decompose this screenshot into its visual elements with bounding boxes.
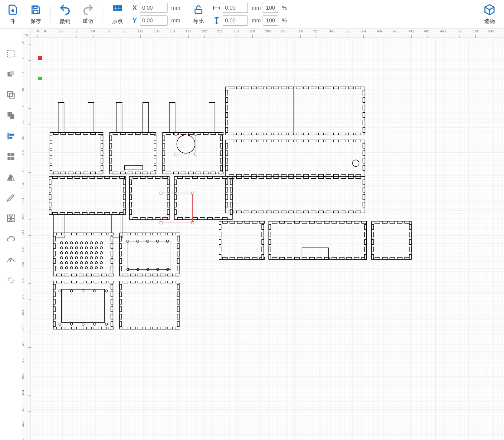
svg-rect-269 xyxy=(49,180,51,185)
svg-point-489 xyxy=(95,266,98,269)
svg-rect-531 xyxy=(57,281,61,283)
burst-tool[interactable] xyxy=(4,273,18,287)
svg-rect-391 xyxy=(375,221,380,223)
file-button[interactable]: 件 xyxy=(5,4,20,25)
svg-rect-404 xyxy=(371,240,374,244)
svg-rect-176 xyxy=(296,174,301,177)
build-button[interactable]: 造物 xyxy=(482,4,497,25)
svg-rect-96 xyxy=(163,143,165,148)
svg-rect-281 xyxy=(129,177,169,220)
svg-rect-60 xyxy=(135,132,140,134)
svg-rect-189 xyxy=(341,140,346,142)
svg-rect-160 xyxy=(237,174,241,177)
svg-rect-332 xyxy=(230,221,235,223)
height-input[interactable] xyxy=(223,15,248,26)
svg-rect-107 xyxy=(226,87,365,135)
svg-rect-530 xyxy=(57,327,61,329)
array-tool[interactable] xyxy=(4,212,18,225)
svg-rect-88 xyxy=(203,172,208,174)
svg-rect-233 xyxy=(333,177,338,179)
undo-button[interactable]: 撤销 xyxy=(58,4,72,25)
svg-point-202 xyxy=(352,160,359,167)
svg-point-106 xyxy=(177,135,195,153)
width-icon xyxy=(212,5,221,11)
svg-rect-359 xyxy=(294,221,299,223)
shape-tool[interactable] xyxy=(4,68,18,81)
design-shapes[interactable] xyxy=(31,38,503,439)
copy-tool[interactable] xyxy=(4,88,18,101)
svg-rect-14 xyxy=(9,93,14,98)
lock-ratio-button[interactable]: 等比 xyxy=(191,4,206,25)
svg-rect-168 xyxy=(266,174,271,177)
x-position-input[interactable] xyxy=(140,3,168,13)
origin-button[interactable]: 原点 xyxy=(110,4,125,25)
svg-rect-315 xyxy=(222,217,227,220)
y-position-input[interactable] xyxy=(140,15,168,26)
svg-rect-108 xyxy=(229,133,234,135)
ruler-vertical[interactable]: -190193858779611513515417319221123125026… xyxy=(22,38,31,440)
mirror-tool[interactable] xyxy=(4,170,18,184)
viewport[interactable] xyxy=(31,38,504,440)
svg-rect-606 xyxy=(160,222,162,224)
svg-rect-245 xyxy=(363,195,365,200)
svg-rect-185 xyxy=(326,140,331,142)
combine-tool[interactable] xyxy=(4,109,18,122)
text-path-tool[interactable] xyxy=(4,253,18,266)
svg-rect-373 xyxy=(347,221,352,223)
svg-rect-179 xyxy=(304,140,309,142)
svg-rect-431 xyxy=(53,251,55,256)
svg-rect-151 xyxy=(363,113,365,117)
svg-rect-500 xyxy=(153,274,158,276)
svg-rect-93 xyxy=(218,132,223,134)
align-tool[interactable] xyxy=(4,129,18,143)
height-pct-input[interactable] xyxy=(263,15,278,26)
cube-icon xyxy=(483,4,496,16)
svg-rect-294 xyxy=(129,187,132,192)
grid-tool[interactable] xyxy=(4,150,18,163)
svg-rect-537 xyxy=(79,281,84,283)
svg-rect-386 xyxy=(269,254,271,259)
svg-point-477 xyxy=(80,262,83,264)
svg-rect-502 xyxy=(160,274,165,276)
svg-rect-126 xyxy=(296,133,301,135)
save-button[interactable]: 保存 xyxy=(28,4,43,25)
svg-rect-532 xyxy=(64,327,69,329)
svg-rect-183 xyxy=(319,140,323,142)
svg-rect-591 xyxy=(177,299,179,304)
svg-rect-123 xyxy=(281,87,286,89)
pen-tool[interactable] xyxy=(4,191,18,204)
svg-rect-578 xyxy=(153,327,158,329)
unit-mm: mm xyxy=(171,18,180,24)
svg-rect-86 xyxy=(196,172,201,174)
cloud-tool[interactable] xyxy=(4,232,18,246)
svg-point-458 xyxy=(75,252,78,254)
svg-rect-572 xyxy=(130,327,135,329)
svg-rect-52 xyxy=(110,132,156,174)
svg-rect-264 xyxy=(105,177,110,179)
svg-rect-146 xyxy=(226,98,228,102)
svg-rect-331 xyxy=(230,257,235,260)
svg-rect-586 xyxy=(119,284,122,289)
redo-button[interactable]: 重做 xyxy=(81,4,95,25)
svg-rect-8 xyxy=(119,8,122,11)
svg-rect-416 xyxy=(71,233,76,235)
width-input[interactable] xyxy=(223,3,248,13)
unit-mm: mm xyxy=(252,18,261,24)
select-rect-tool[interactable] xyxy=(4,47,18,60)
svg-rect-213 xyxy=(259,177,264,179)
svg-rect-573 xyxy=(130,281,135,283)
ruler-horizontal[interactable]: -901938587796115135154173192211231250269… xyxy=(31,29,504,38)
width-pct-input[interactable] xyxy=(263,3,278,13)
svg-rect-569 xyxy=(119,281,179,329)
svg-rect-511 xyxy=(177,244,179,249)
svg-rect-180 xyxy=(311,174,316,177)
file-icon xyxy=(7,4,19,16)
svg-rect-551 xyxy=(111,299,113,304)
svg-rect-295 xyxy=(167,187,169,192)
svg-rect-127 xyxy=(296,87,301,89)
svg-rect-72 xyxy=(154,158,156,163)
svg-rect-607 xyxy=(191,222,194,224)
svg-point-568 xyxy=(105,323,108,326)
svg-point-474 xyxy=(65,262,68,264)
svg-rect-595 xyxy=(177,314,179,319)
